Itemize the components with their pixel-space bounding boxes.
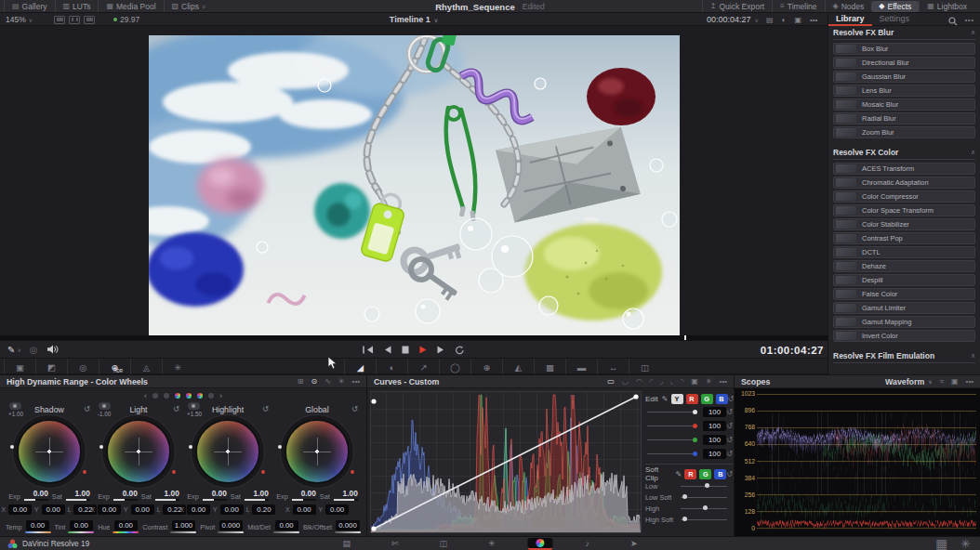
- lightbox-button[interactable]: ▦ Lightbox: [919, 0, 974, 12]
- wheel-page-dot[interactable]: [186, 393, 192, 399]
- loop-button[interactable]: [455, 346, 465, 355]
- x-value[interactable]: 0.00: [293, 504, 316, 515]
- page-button-fusion[interactable]: ✳: [480, 538, 504, 550]
- channel-button[interactable]: Y: [671, 394, 683, 404]
- adjustment-slider[interactable]: [170, 531, 196, 533]
- soft-clip-slider[interactable]: [681, 519, 727, 520]
- soft-clip-channel-button[interactable]: G: [699, 469, 711, 479]
- stop-button[interactable]: [402, 346, 409, 354]
- options-icon[interactable]: •••: [352, 377, 360, 386]
- page-prev-icon[interactable]: ‹: [144, 391, 147, 400]
- viewer-timecode[interactable]: 00:00:04:27 ∨: [707, 13, 759, 26]
- channel-button[interactable]: B: [716, 394, 728, 404]
- nodes-button[interactable]: ◈ Nodes: [825, 0, 872, 12]
- intensity-slider[interactable]: [647, 439, 695, 440]
- curves-header-icon[interactable]: ◞: [660, 377, 663, 386]
- color-match-icon[interactable]: ◩: [35, 359, 67, 375]
- effect-item[interactable]: Gamut Mapping: [833, 316, 975, 328]
- reset-icon[interactable]: ↺: [173, 404, 179, 413]
- luts-button[interactable]: ▥ LUTs: [55, 0, 99, 12]
- color-wheel[interactable]: [285, 419, 350, 484]
- effect-item[interactable]: Gamut Limiter: [833, 302, 975, 314]
- intensity-slider[interactable]: [647, 426, 695, 426]
- adjustment-slider[interactable]: [68, 531, 94, 533]
- page-button-deliver[interactable]: ➤: [622, 538, 646, 550]
- curves-header-icon[interactable]: ✳: [706, 377, 712, 386]
- effects-panel-tab[interactable]: Library: [828, 13, 872, 26]
- wheel-handle[interactable]: [261, 470, 265, 474]
- adjustment-slider[interactable]: [218, 531, 244, 533]
- sat-value[interactable]: 1.00: [165, 489, 179, 498]
- color-wheel[interactable]: [106, 419, 171, 484]
- effect-item[interactable]: DCTL: [833, 246, 975, 258]
- curves-header-icon[interactable]: ◟: [670, 377, 673, 386]
- step-back-button[interactable]: [384, 346, 391, 354]
- effect-item[interactable]: Despill: [833, 274, 975, 286]
- adjustment-value[interactable]: 0.00: [70, 520, 93, 530]
- effect-item[interactable]: Lens Blur: [833, 85, 975, 97]
- key-icon[interactable]: ▬: [565, 359, 597, 375]
- wheel-handle[interactable]: [172, 470, 176, 474]
- wheel-handle[interactable]: [10, 445, 14, 449]
- page-button-edit[interactable]: ◫: [430, 538, 456, 550]
- effect-item[interactable]: Chromatic Adaptation: [833, 177, 975, 189]
- curves-icon[interactable]: ◢: [344, 359, 376, 375]
- adjustment-slider[interactable]: [273, 531, 299, 533]
- reset-icon[interactable]: ↺: [84, 404, 90, 413]
- curves-header-icon[interactable]: ◠: [636, 377, 642, 386]
- quick-export-button[interactable]: ↥ Quick Export: [702, 0, 772, 12]
- curves-header-icon[interactable]: ◡: [622, 377, 629, 386]
- mute-icon[interactable]: [46, 343, 59, 357]
- zoom-select[interactable]: 145% ∨: [6, 13, 33, 26]
- effect-item[interactable]: Zoom Blur: [833, 126, 975, 138]
- scope-mode-select[interactable]: Waveform ∨: [885, 377, 933, 386]
- adjustment-value[interactable]: 0.00: [275, 520, 298, 530]
- effect-item[interactable]: Color Space Transform: [833, 204, 975, 216]
- timeline-selector[interactable]: Timeline 1 ∨: [390, 13, 438, 26]
- effect-item[interactable]: Directional Blur: [833, 57, 975, 69]
- effect-item[interactable]: Color Stabilizer: [833, 218, 975, 230]
- motion-effects-icon[interactable]: ✳: [162, 359, 193, 375]
- x-value[interactable]: 0.00: [98, 504, 121, 515]
- wheel-page-dot[interactable]: [197, 393, 203, 399]
- wheel-handle[interactable]: [351, 470, 354, 474]
- reset-icon[interactable]: ↺: [262, 404, 269, 413]
- effect-item[interactable]: Mosaic Blur: [833, 98, 975, 111]
- enhanced-viewer-icon[interactable]: ▣: [794, 16, 801, 24]
- first-frame-button[interactable]: [363, 346, 374, 354]
- effect-item[interactable]: ACES Transform: [833, 163, 975, 175]
- exp-value[interactable]: 0.00: [123, 489, 138, 498]
- reset-icon[interactable]: ↺: [726, 408, 733, 416]
- soft-clip-channel-button[interactable]: B: [714, 469, 726, 479]
- panel-options-icon[interactable]: •••: [965, 13, 974, 26]
- sat-value[interactable]: 1.00: [254, 489, 269, 498]
- media-pool-button[interactable]: ▦ Media Pool: [98, 0, 163, 12]
- log-view-icon[interactable]: ∿: [324, 377, 331, 386]
- hdr-grade-icon[interactable]: ⊕ HDR: [99, 359, 130, 375]
- rgb-mixer-icon[interactable]: ◬: [130, 359, 162, 375]
- scope-settings-icon[interactable]: ≈: [940, 377, 944, 386]
- options-icon[interactable]: •••: [966, 377, 973, 386]
- sat-value[interactable]: 1.00: [75, 489, 90, 498]
- step-forward-button[interactable]: [437, 346, 444, 354]
- effect-item[interactable]: Dehaze: [833, 260, 975, 272]
- power-window-icon[interactable]: ◯: [439, 359, 470, 375]
- wheel-handle[interactable]: [278, 445, 282, 449]
- curves-graph[interactable]: [370, 391, 642, 533]
- adjustment-slider[interactable]: [25, 531, 51, 533]
- add-wheel-icon[interactable]: ⊞: [298, 377, 304, 386]
- adjustment-slider[interactable]: [113, 531, 139, 533]
- wheel-page-dot[interactable]: [208, 393, 214, 399]
- reset-icon[interactable]: ↺: [726, 436, 733, 444]
- wheels-view-icon[interactable]: ⊙: [311, 377, 317, 386]
- page-button-fairlight[interactable]: ♪: [577, 538, 599, 550]
- split-screen-icon[interactable]: [69, 16, 80, 24]
- soft-clip-slider[interactable]: [681, 486, 727, 487]
- page-button-cut[interactable]: ✄: [383, 538, 407, 550]
- soft-clip-slider[interactable]: [681, 508, 727, 509]
- adjustment-value[interactable]: 0.00: [26, 520, 49, 530]
- color-wheel[interactable]: [195, 419, 260, 484]
- intensity-value[interactable]: 100: [703, 435, 726, 445]
- wheel-handle[interactable]: [189, 445, 192, 449]
- wheel-handle[interactable]: [83, 470, 86, 474]
